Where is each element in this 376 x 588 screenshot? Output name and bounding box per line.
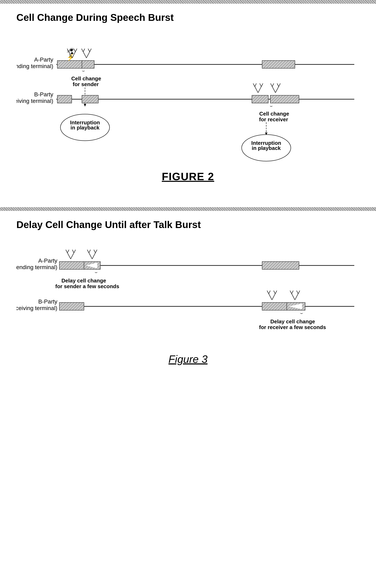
brace-sender: ⌣ <box>82 68 85 73</box>
svg-line-11 <box>90 49 91 52</box>
middle-border <box>0 207 376 211</box>
svg-line-30 <box>71 253 74 259</box>
figure3-section: Delay Cell Change Until after Talk Burst… <box>0 211 376 386</box>
svg-line-17 <box>261 84 263 86</box>
svg-line-47 <box>292 294 295 300</box>
a-party-label-3: A-Party <box>38 257 57 264</box>
svg-line-45 <box>274 291 275 294</box>
svg-line-23 <box>279 84 280 86</box>
svg-line-31 <box>66 250 67 253</box>
b-seg4 <box>270 95 299 103</box>
b-seg3 <box>252 95 268 103</box>
svg-line-29 <box>67 253 71 259</box>
svg-line-13 <box>258 86 261 93</box>
delay-sender-label2: for sender a few seconds <box>55 283 119 289</box>
a-seg2 <box>82 61 94 68</box>
figure3-diagram: A-Party (sending terminal) <box>16 239 360 341</box>
antenna-group-b1 <box>253 84 263 93</box>
arrow-sender <box>84 104 86 106</box>
a3-seg1 <box>59 262 84 269</box>
svg-line-40 <box>95 250 97 253</box>
svg-line-6 <box>83 52 87 58</box>
b3-seg2 <box>262 303 287 310</box>
svg-line-46 <box>275 291 277 294</box>
svg-line-43 <box>267 291 269 294</box>
svg-line-41 <box>269 294 272 300</box>
svg-line-32 <box>67 250 69 253</box>
b-party-label: B-Party <box>34 91 53 98</box>
cell-change-receiver-label2: for receiver <box>259 116 288 123</box>
interrupt2-line2: in playback <box>252 145 281 151</box>
b-seg2 <box>82 95 98 103</box>
svg-line-37 <box>87 250 89 253</box>
svg-line-21 <box>272 84 274 86</box>
cell-change-sender-label: Cell change <box>71 75 101 82</box>
svg-line-33 <box>72 250 74 253</box>
figure2-diagram: A-Party (sending terminal) ✦ /\ / \ ⚡ ✸ … <box>16 31 360 162</box>
svg-line-9 <box>83 49 85 52</box>
figure2-title: Cell Change During Speech Burst <box>16 12 360 23</box>
brace-delay-sender: ⌣ <box>95 270 98 275</box>
svg-line-15 <box>255 84 256 86</box>
svg-line-36 <box>92 253 95 259</box>
svg-line-10 <box>88 49 90 52</box>
svg-line-34 <box>74 250 76 253</box>
b-party-label-3: B-Party <box>38 298 57 305</box>
svg-line-51 <box>297 291 298 294</box>
svg-line-52 <box>298 291 300 294</box>
svg-line-48 <box>295 294 298 300</box>
antenna-group-b2 <box>271 84 280 93</box>
antenna-group-a2 <box>81 49 91 58</box>
svg-line-12 <box>255 86 258 93</box>
svg-line-8 <box>81 49 83 52</box>
svg-line-18 <box>272 86 276 93</box>
cell-change-receiver-label: Cell change <box>259 111 289 117</box>
b-party-sublabel-3: (receiving terminal) <box>16 305 57 311</box>
top-border-fig2 <box>0 0 376 4</box>
delay-receiver-label2: for receiver a few seconds <box>259 324 326 330</box>
antenna-3-a2 <box>87 250 97 259</box>
a-seg3 <box>262 61 295 68</box>
b-party-sublabel: (receiving terminal) <box>16 98 53 104</box>
brace-delay-receiver: ⌣ <box>300 310 303 315</box>
svg-line-39 <box>94 250 95 253</box>
b3-seg1 <box>59 303 84 310</box>
a3-seg3 <box>262 262 299 269</box>
delay-sender-label1: Delay cell change <box>61 278 106 284</box>
figure3-title: Delay Cell Change Until after Talk Burst <box>16 219 360 230</box>
delay-receiver-label1: Delay cell change <box>270 318 315 325</box>
svg-line-20 <box>271 84 272 86</box>
figure2-section: Cell Change During Speech Burst A-Party … <box>0 4 376 207</box>
svg-line-22 <box>277 84 279 86</box>
figure2-label: FIGURE 2 <box>16 170 360 183</box>
svg-line-42 <box>272 294 275 300</box>
a-party-sublabel-3: (sending terminal) <box>16 264 57 270</box>
svg-line-5 <box>75 49 77 52</box>
svg-line-7 <box>87 52 90 58</box>
svg-line-14 <box>253 84 255 86</box>
antenna-3-b2 <box>290 291 300 300</box>
svg-line-49 <box>290 291 292 294</box>
svg-line-38 <box>89 250 90 253</box>
figure3-label: Figure 3 <box>16 353 360 365</box>
antenna-3-a1 <box>66 250 76 259</box>
a-seg1 <box>57 61 82 68</box>
b-seg1 <box>57 95 72 103</box>
svg-line-50 <box>292 291 293 294</box>
cell-change-sender-label2: for sender <box>73 81 99 87</box>
brace-receiver: ⌣ <box>270 103 273 108</box>
svg-line-44 <box>269 291 270 294</box>
svg-line-16 <box>260 84 261 86</box>
svg-line-19 <box>276 86 279 93</box>
svg-line-35 <box>89 253 92 259</box>
a-party-label: A-Party <box>34 56 53 63</box>
antenna-3-b1 <box>267 291 277 300</box>
interrupt1-line2: in playback <box>70 125 100 131</box>
a-party-sublabel: (sending terminal) <box>16 63 53 69</box>
